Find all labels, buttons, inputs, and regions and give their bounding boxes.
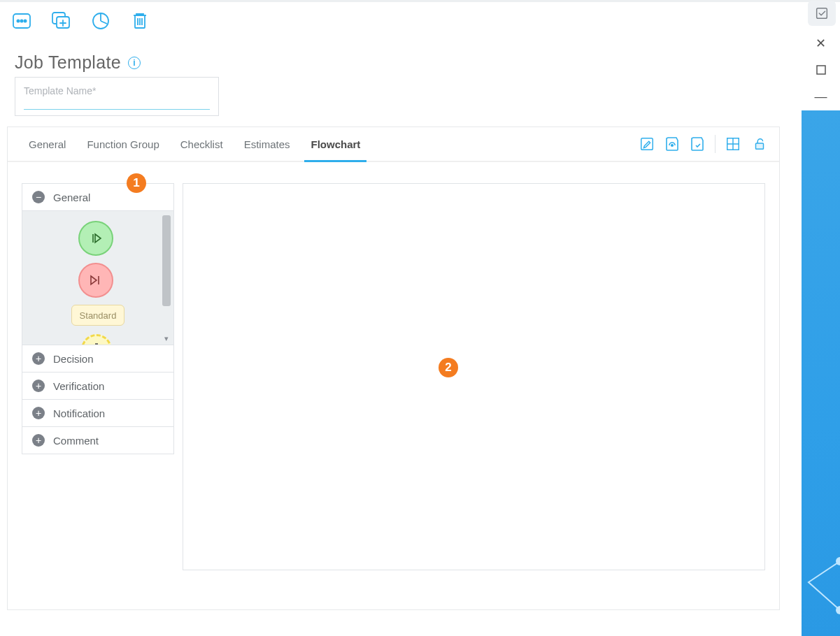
- decorative-art: [802, 110, 840, 636]
- template-name-container: [15, 77, 219, 116]
- save-as-icon[interactable]: [688, 135, 706, 153]
- palette-section-verification[interactable]: + Verification: [22, 372, 173, 399]
- node-standard-label: Standard: [80, 310, 117, 321]
- close-icon[interactable]: ✕: [813, 36, 829, 51]
- minimize-icon[interactable]: —: [813, 89, 829, 104]
- plus-icon: +: [32, 434, 45, 447]
- flowchart-canvas[interactable]: [183, 183, 765, 570]
- palette: − General Standard: [22, 183, 174, 454]
- palette-section-label: Comment: [53, 435, 99, 447]
- node-start[interactable]: [78, 221, 113, 256]
- palette-section-label: General: [53, 191, 90, 203]
- node-end[interactable]: [78, 263, 113, 298]
- plus-icon: +: [32, 380, 45, 392]
- edit-icon[interactable]: [638, 135, 656, 153]
- callout-1: 1: [127, 173, 146, 193]
- palette-section-comment[interactable]: + Comment: [22, 426, 173, 454]
- maximize-icon[interactable]: [813, 62, 829, 78]
- palette-section-general[interactable]: − General: [22, 184, 173, 210]
- tab-function-group[interactable]: Function Group: [76, 127, 169, 161]
- node-standard[interactable]: Standard: [71, 305, 124, 326]
- palette-section-notification[interactable]: + Notification: [22, 399, 173, 426]
- delete-icon[interactable]: [128, 9, 152, 33]
- plus-icon: +: [32, 352, 45, 365]
- more-options-icon[interactable]: [10, 9, 34, 33]
- node-timer[interactable]: [81, 334, 112, 345]
- palette-general-body: Standard: [22, 210, 173, 345]
- scrollbar-thumb[interactable]: [162, 215, 171, 306]
- toggle-grid-icon[interactable]: [724, 135, 742, 153]
- palette-section-label: Verification: [53, 380, 104, 392]
- palette-section-decision[interactable]: + Decision: [22, 345, 173, 372]
- callout-2: 2: [439, 358, 458, 377]
- svg-point-7: [20, 20, 22, 22]
- pin-panel-icon[interactable]: [808, 1, 836, 26]
- tab-estimates[interactable]: Estimates: [234, 127, 301, 161]
- info-icon[interactable]: i: [128, 57, 141, 69]
- svg-rect-1: [817, 66, 825, 74]
- tab-checklist[interactable]: Checklist: [170, 127, 234, 161]
- palette-scrollbar[interactable]: [162, 215, 171, 340]
- svg-point-14: [671, 145, 674, 147]
- unlock-icon[interactable]: [750, 135, 769, 153]
- svg-rect-0: [817, 8, 827, 19]
- palette-section-label: Notification: [53, 407, 105, 419]
- tab-general[interactable]: General: [18, 127, 76, 161]
- analysis-icon[interactable]: [89, 9, 113, 33]
- svg-point-6: [17, 20, 19, 22]
- template-name-input[interactable]: [24, 85, 210, 101]
- input-underline: [24, 109, 210, 110]
- minus-icon: −: [32, 191, 45, 203]
- svg-point-8: [24, 20, 26, 22]
- duplicate-add-icon[interactable]: [50, 9, 73, 33]
- svg-rect-16: [756, 143, 764, 149]
- palette-section-label: Decision: [53, 353, 94, 365]
- page-title: Job Template: [15, 52, 121, 73]
- save-template-icon[interactable]: [663, 135, 681, 153]
- tab-flowchart[interactable]: Flowchart: [300, 127, 371, 161]
- plus-icon: +: [32, 407, 45, 419]
